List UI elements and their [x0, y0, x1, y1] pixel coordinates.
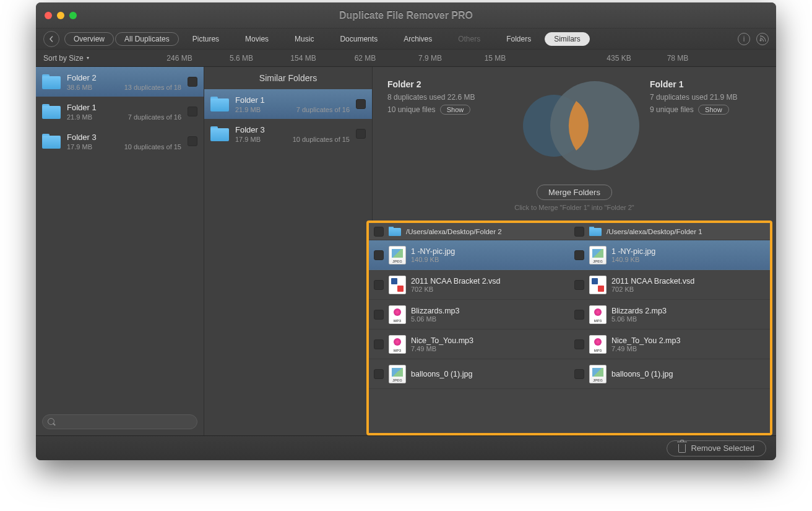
tab-archives[interactable]: Archives — [391, 32, 444, 46]
minimize-icon[interactable] — [57, 12, 64, 19]
file-text: 1 -NY-pic.jpg 140.9 KB — [411, 247, 455, 263]
file-text: Nice_To_You 2.mp3 7.49 MB — [611, 336, 680, 352]
file-name: Blizzards.mp3 — [411, 307, 460, 315]
folder-checkbox[interactable] — [188, 107, 197, 116]
file-name: Nice_To_You 2.mp3 — [611, 336, 680, 345]
similar-folder-list: Folder 1 21.9 MB7 duplicates of 16 Folde… — [204, 89, 372, 149]
file-text: 2011 NCAA Bracket 2.vsd 702 KB — [411, 277, 501, 293]
tab-movies[interactable]: Movies — [233, 32, 281, 46]
folder-item[interactable]: Folder 1 21.9 MB7 duplicates of 16 — [204, 89, 372, 119]
select-all-right-checkbox[interactable] — [574, 227, 584, 237]
folder-item[interactable]: Folder 3 17.9 MB10 duplicates of 15 — [204, 119, 372, 149]
file-checkbox[interactable] — [574, 339, 584, 349]
folder-checkbox[interactable] — [188, 136, 197, 146]
tab-music[interactable]: Music — [282, 32, 326, 46]
tab-folders[interactable]: Folders — [494, 32, 543, 46]
file-row[interactable]: 1 -NY-pic.jpg 140.9 KB 1 -NY-pic.jpg 140… — [369, 240, 770, 270]
folder-item[interactable]: Folder 3 17.9 MB10 duplicates of 15 — [36, 126, 204, 156]
file-cell: 2011 NCAA Bracket 2.vsd 702 KB — [369, 270, 569, 299]
file-text: Blizzards.mp3 5.06 MB — [411, 307, 460, 323]
file-size: 7.49 MB — [411, 345, 473, 352]
mp3-icon — [389, 335, 406, 354]
category-tabs: OverviewAll DuplicatesPicturesMoviesMusi… — [64, 32, 729, 46]
file-cell: 1 -NY-pic.jpg 140.9 KB — [369, 240, 569, 269]
vsd-icon — [589, 276, 607, 294]
right-folder-title: Folder 1 — [650, 79, 761, 89]
jpeg-icon — [389, 365, 406, 383]
file-checkbox[interactable] — [574, 310, 584, 320]
file-name: balloons_0 (1).jpg — [411, 370, 472, 378]
left-path: /Users/alexa/Desktop/Folder 2 — [406, 228, 502, 235]
file-row[interactable]: Nice_To_You.mp3 7.49 MB Nice_To_You 2.mp… — [369, 330, 770, 359]
mp3-icon — [589, 305, 607, 324]
file-name: 1 -NY-pic.jpg — [611, 247, 655, 256]
file-name: 2011 NCAA Bracket.vsd — [611, 277, 694, 286]
folder-icon — [42, 104, 61, 119]
main-content: Folder 2 38.6 MB13 duplicates of 18 Fold… — [36, 67, 776, 435]
tab-all-duplicates[interactable]: All Duplicates — [115, 32, 179, 46]
file-checkbox[interactable] — [374, 339, 384, 349]
file-text: balloons_0 (1).jpg — [611, 370, 673, 378]
zoom-icon[interactable] — [69, 12, 77, 19]
sort-dropdown[interactable]: Sort by Size ▾ — [43, 54, 149, 63]
file-name: 1 -NY-pic.jpg — [411, 247, 455, 256]
file-size: 702 KB — [411, 286, 501, 293]
merge-row: Merge Folders Click to Merge "Folder 1" … — [373, 185, 776, 217]
chevron-down-icon: ▾ — [87, 55, 89, 61]
file-checkbox[interactable] — [374, 310, 384, 320]
folder-checkbox[interactable] — [356, 129, 366, 139]
tab-others[interactable]: Others — [446, 32, 493, 46]
folder-checkbox[interactable] — [356, 99, 366, 109]
tab-size: 435 KB — [588, 54, 650, 63]
tab-similars[interactable]: Similars — [545, 32, 590, 46]
tab-documents[interactable]: Documents — [327, 32, 390, 46]
tab-overview[interactable]: Overview — [64, 32, 114, 46]
file-checkbox[interactable] — [574, 369, 584, 379]
file-row[interactable]: Blizzards.mp3 5.06 MB Blizzards 2.mp3 5.… — [369, 300, 770, 330]
remove-selected-button[interactable]: Remove Selected — [667, 440, 766, 456]
rss-icon[interactable] — [756, 33, 769, 45]
folder-sub: 21.9 MB7 duplicates of 16 — [235, 106, 350, 113]
svg-point-1 — [550, 81, 639, 170]
tab-size: 7.9 MB — [396, 54, 464, 63]
search-wrap — [36, 408, 204, 435]
window-controls — [45, 12, 77, 19]
select-all-left-checkbox[interactable] — [374, 227, 384, 237]
folder-text: Folder 1 21.9 MB7 duplicates of 16 — [235, 95, 350, 113]
file-checkbox[interactable] — [574, 250, 584, 260]
folder-icon — [210, 126, 229, 141]
folder-checkbox[interactable] — [188, 77, 197, 87]
tab-sizes: 246 MB5.6 MB154 MB62 MB7.9 MB15 MB435 KB… — [149, 54, 769, 63]
tab-size: 62 MB — [334, 54, 396, 63]
search-input[interactable] — [42, 414, 197, 429]
info-icon[interactable]: i — [738, 33, 750, 45]
tab-pictures[interactable]: Pictures — [180, 32, 231, 46]
file-checkbox[interactable] — [374, 369, 384, 379]
file-checkbox[interactable] — [374, 250, 384, 260]
file-cell: 1 -NY-pic.jpg 140.9 KB — [569, 240, 770, 269]
jpeg-icon — [589, 246, 607, 264]
folder-item[interactable]: Folder 2 38.6 MB13 duplicates of 18 — [36, 67, 204, 97]
sizes-row: Sort by Size ▾ 246 MB5.6 MB154 MB62 MB7.… — [36, 50, 776, 67]
show-left-button[interactable]: Show — [440, 105, 471, 115]
tab-size: 154 MB — [272, 54, 334, 63]
file-text: Blizzards 2.mp3 5.06 MB — [611, 307, 667, 323]
left-folder-info: Folder 2 8 duplicates used 22.6 MB 10 un… — [387, 73, 499, 178]
file-row[interactable]: 2011 NCAA Bracket 2.vsd 702 KB 2011 NCAA… — [369, 270, 770, 300]
tab-size: 78 MB — [650, 54, 706, 63]
vsd-icon — [389, 276, 406, 294]
tab-size: 5.6 MB — [210, 54, 272, 63]
right-dup-line: 7 duplicates used 21.9 MB — [650, 93, 761, 102]
right-path: /Users/alexa/Desktop/Folder 1 — [607, 228, 702, 235]
file-checkbox[interactable] — [374, 280, 384, 290]
similar-folders-title: Similar Folders — [204, 67, 372, 89]
show-right-button[interactable]: Show — [698, 105, 729, 115]
back-button[interactable] — [43, 31, 59, 47]
merge-folders-button[interactable]: Merge Folders — [537, 185, 612, 200]
file-row[interactable]: balloons_0 (1).jpg balloons_0 (1).jpg — [369, 359, 770, 389]
folder-item[interactable]: Folder 1 21.9 MB7 duplicates of 16 — [36, 97, 204, 126]
folder-icon — [42, 134, 61, 149]
folder-sub: 21.9 MB7 duplicates of 16 — [67, 113, 181, 121]
close-icon[interactable] — [45, 12, 52, 19]
file-checkbox[interactable] — [574, 280, 584, 290]
